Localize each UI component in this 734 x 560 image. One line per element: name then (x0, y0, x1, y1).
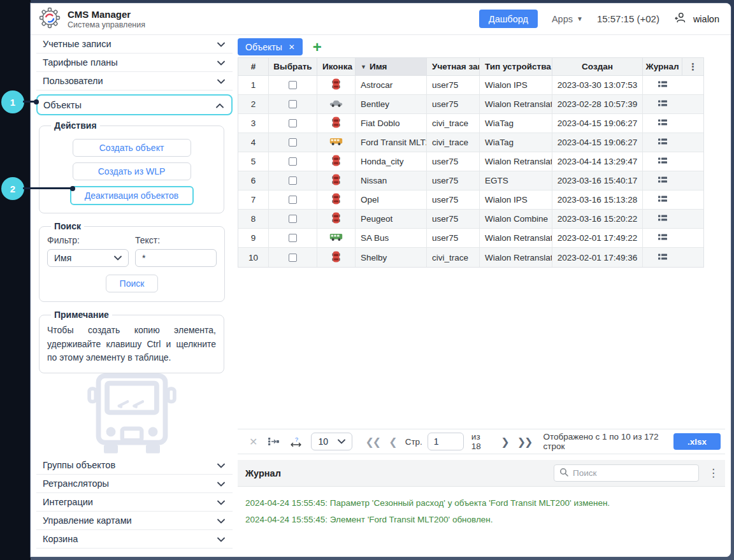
column-header-6[interactable]: Создан (552, 58, 643, 75)
journal-search-box[interactable] (554, 464, 699, 482)
more-options-icon[interactable]: ⋮ (708, 466, 719, 480)
journal-list-icon[interactable] (658, 214, 668, 224)
prev-page-icon[interactable]: ❮ (389, 436, 397, 448)
action-button-0[interactable]: Создать объект (73, 139, 191, 157)
journal-list-icon[interactable] (658, 99, 668, 109)
cell-name: Peugeot (356, 210, 427, 228)
table-row[interactable]: 8Peugeotuser75Wialon Combine2023-03-16 1… (238, 210, 703, 229)
sidebar-item-1[interactable]: Тарифные планы (36, 54, 233, 72)
action-button-2[interactable]: Деактивация объектов (70, 186, 194, 205)
filter-select[interactable]: Имя (47, 249, 129, 267)
sidebar-top-menu: Учетные записиТарифные планыПользователи (36, 35, 233, 90)
action-button-1[interactable]: Создать из WLP (73, 162, 191, 180)
column-header-7[interactable]: Журнал (643, 58, 682, 75)
table-row[interactable]: 10Shelbycivi_traceWialon Retranslator202… (238, 248, 703, 267)
row-checkbox[interactable] (289, 234, 297, 242)
tab-close-icon[interactable]: ✕ (289, 43, 295, 51)
journal-list-icon[interactable] (658, 253, 668, 262)
search-button[interactable]: Поиск (106, 275, 158, 292)
table-row[interactable]: 1Astrocaruser75Wialon IPS2023-03-30 13:0… (238, 76, 703, 95)
first-page-icon[interactable]: ❮❮ (365, 436, 380, 448)
car-red-top-icon (332, 212, 340, 226)
search-icon (559, 468, 568, 479)
clear-selection-icon[interactable]: ✕ (249, 436, 257, 448)
table-options-icon[interactable]: ⋮ (682, 58, 703, 75)
journal-list-icon[interactable] (658, 157, 668, 166)
row-checkbox[interactable] (289, 176, 297, 185)
sidebar-item-bottom-2[interactable]: Интеграции (36, 493, 233, 512)
move-columns-icon[interactable] (268, 437, 280, 446)
user-menu[interactable]: wialon (673, 11, 719, 27)
column-header-1[interactable]: Выбрать (269, 58, 317, 75)
row-checkbox[interactable] (289, 138, 297, 147)
last-page-icon[interactable]: ❯❯ (517, 436, 532, 448)
sidebar-item-bottom-4[interactable]: Корзина (36, 530, 233, 549)
sidebar-item-bottom-1[interactable]: Ретрансляторы (36, 475, 233, 493)
next-page-icon[interactable]: ❯ (501, 436, 509, 448)
cell-device-type: Wialon Retranslator (480, 152, 552, 171)
cell-name: Bentley (356, 95, 427, 113)
page-label: Стр. (405, 437, 422, 447)
sidebar-item-0[interactable]: Учетные записи (36, 35, 233, 54)
cms-window: CMS Manager Система управления Дашборд A… (31, 3, 731, 557)
row-checkbox[interactable] (289, 100, 297, 108)
car-gray-side-icon (329, 99, 343, 110)
cell-account: user75 (427, 76, 480, 94)
table-row[interactable]: 7Opeluser75Wialon IPS2023-03-16 15:13:28 (238, 190, 703, 210)
journal-list-icon[interactable] (658, 138, 668, 147)
cell-number: 8 (238, 210, 269, 228)
journal-header: Журнал ⋮ (238, 460, 725, 487)
column-header-0[interactable]: # (238, 58, 269, 75)
cell-select (269, 248, 317, 267)
cell-account: user75 (427, 171, 480, 190)
journal-search-input[interactable] (573, 468, 693, 478)
column-header-3[interactable]: ▼Имя (356, 58, 427, 75)
row-checkbox[interactable] (289, 196, 297, 204)
sidebar-item-bottom-0[interactable]: Группы объектов (36, 456, 233, 475)
table-row[interactable]: 6Nissanuser75EGTS2023-03-16 15:40:17 (238, 171, 703, 190)
journal-list-icon[interactable] (658, 176, 668, 185)
fit-width-icon[interactable]: ? (290, 436, 302, 447)
journal-list-icon[interactable] (658, 118, 668, 128)
cell-account: user75 (427, 152, 480, 171)
row-checkbox[interactable] (289, 119, 297, 127)
table-row[interactable]: 4Ford Transit MLT200civi_traceWiaTag2023… (238, 133, 703, 152)
row-checkbox[interactable] (289, 215, 297, 223)
tab-objects[interactable]: Объекты ✕ (238, 38, 303, 55)
row-checkbox[interactable] (289, 157, 297, 166)
cell-select (269, 210, 317, 228)
cell-icon (317, 133, 356, 152)
row-checkbox[interactable] (289, 254, 297, 262)
add-tab-icon[interactable]: + (313, 39, 322, 55)
callout-dot-2 (70, 186, 75, 191)
cell-number: 10 (238, 248, 269, 267)
car-red-top-icon (332, 117, 340, 130)
cell-journal (643, 248, 682, 267)
journal-list-icon[interactable] (658, 80, 668, 90)
objects-table: #ВыбратьИконка▼ИмяУчетная записьТип устр… (238, 57, 704, 268)
page-size-select[interactable]: 10 (311, 433, 352, 450)
table-row[interactable]: 5Honda_cityuser75Wialon Retranslator2023… (238, 152, 703, 171)
cell-journal (643, 152, 682, 171)
sidebar-item-2[interactable]: Пользователи (36, 72, 233, 90)
column-header-4[interactable]: Учетная запись (427, 58, 480, 75)
sidebar-item-objects[interactable]: Объекты (36, 94, 233, 115)
row-checkbox[interactable] (289, 81, 297, 89)
table-row[interactable]: 9SA Bususer75Wialon Retranslator2023-02-… (238, 229, 703, 248)
table-row[interactable]: 2Bentleyuser75Wialon Retranslator2023-02… (238, 95, 703, 114)
journal-list-icon[interactable] (658, 233, 668, 243)
column-header-2[interactable]: Иконка (317, 58, 356, 75)
page-number-input[interactable] (428, 433, 464, 450)
cell-created: 2023-03-16 15:20:22 (552, 210, 643, 228)
column-header-5[interactable]: Тип устройства (480, 58, 552, 75)
dashboard-button[interactable]: Дашборд (479, 10, 538, 28)
table-row[interactable]: 3Fiat Doblocivi_traceWiaTag2023-04-15 19… (238, 114, 703, 133)
cell-select (269, 152, 317, 171)
cell-name: Astrocar (356, 76, 427, 94)
apps-menu[interactable]: Apps ▼ (552, 14, 583, 24)
journal-list-icon[interactable] (658, 195, 668, 205)
search-text-input[interactable] (135, 249, 217, 267)
export-xlsx-button[interactable]: .xlsx (673, 433, 721, 450)
journal-title: Журнал (245, 468, 281, 478)
sidebar-item-bottom-3[interactable]: Управление картами (36, 512, 233, 530)
